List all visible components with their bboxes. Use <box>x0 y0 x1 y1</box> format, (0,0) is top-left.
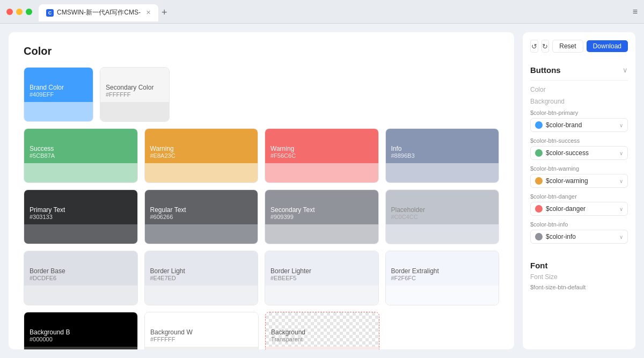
color-card-placeholder[interactable]: Placeholder #C0C4CC <box>385 189 500 244</box>
font-section-title: Font <box>530 261 628 270</box>
chevron-down-icon: ∨ <box>619 150 623 156</box>
maximize-button[interactable] <box>26 9 32 15</box>
color-select-primary[interactable]: $color-brand ∨ <box>530 118 628 132</box>
chevron-down-icon: ∨ <box>619 178 623 184</box>
minimize-button[interactable] <box>16 9 23 15</box>
color-card-bg-black[interactable]: Background B #000000 <box>24 312 138 349</box>
color-section-group: Color Background $color-btn-primary $col… <box>530 86 628 249</box>
color-card-secondary[interactable]: Secondary Color #FFFFFF <box>100 67 170 122</box>
color-dot-info <box>535 233 543 240</box>
color-select-warning[interactable]: $color-warning ∨ <box>530 174 628 188</box>
card-success-hex: #5CB87A <box>30 152 132 159</box>
chevron-down-icon: ∨ <box>619 234 623 240</box>
tab-close-icon[interactable]: ✕ <box>146 9 151 16</box>
redo-icon[interactable]: ↻ <box>541 40 550 53</box>
card-regular-text-name: Regular Text <box>150 206 253 214</box>
color-card-bg-white[interactable]: Background W #FFFFFF <box>144 312 259 349</box>
prop-btn-primary: $color-btn-primary $color-brand ∨ <box>530 109 628 132</box>
color-card-danger[interactable]: Warning #F56C6C <box>265 128 379 183</box>
card-primary-text-name: Primary Text <box>30 206 132 214</box>
prop-btn-danger: $color-btn-danger $color-danger ∨ <box>530 193 628 216</box>
color-card-brand[interactable]: Brand Color #409EFF <box>24 67 93 122</box>
card-warning-hex: #E8A23C <box>150 152 253 159</box>
buttons-section-title: Buttons <box>530 65 561 75</box>
undo-icon[interactable]: ↺ <box>530 40 538 53</box>
color-select-success[interactable]: $color-success ∨ <box>530 146 628 160</box>
color-card-info[interactable]: Info #8896B3 <box>385 128 500 183</box>
color-panel: Color Brand Color #409EFF Secondary Colo… <box>9 32 514 349</box>
new-tab-button[interactable]: + <box>162 7 167 18</box>
card-primary-text-hex: #303133 <box>30 214 132 220</box>
card-regular-text-hex: #606266 <box>150 214 253 220</box>
main-content: Color Brand Color #409EFF Secondary Colo… <box>0 24 644 358</box>
browser-menu-icon[interactable]: ≡ <box>633 7 638 17</box>
prop-btn-info-name: $color-btn-info <box>530 221 628 228</box>
color-row-1: Brand Color #409EFF Secondary Color #FFF… <box>24 67 499 122</box>
right-panel: ↺ ↻ Reset Download Buttons ∨ Color Backg… <box>523 32 635 349</box>
color-card-border-extralight[interactable]: Border Extralight #F2F6FC <box>385 251 500 305</box>
color-card-border-base[interactable]: Border Base #DCDFE6 <box>24 251 138 305</box>
font-section: Font Font Size $font-size-btn-default <box>530 261 628 290</box>
color-dot-warning <box>535 177 543 185</box>
card-info-hex: #8896B3 <box>391 152 494 159</box>
color-row-2: Success #5CB87A Warning #E8A23C Warning <box>24 128 499 183</box>
color-card-border-lighter[interactable]: Border Lighter #EBEEF5 <box>265 251 379 305</box>
chevron-down-icon: ∨ <box>623 66 628 74</box>
color-card-warning[interactable]: Warning #E8A23C <box>144 128 259 183</box>
background-subsection-label: Background <box>530 98 628 105</box>
select-label-danger: $color-danger <box>546 205 616 213</box>
color-card-bg-transparent[interactable]: Background Transparent <box>265 312 379 349</box>
color-select-danger[interactable]: $color-danger ∨ <box>530 202 628 216</box>
buttons-section-header[interactable]: Buttons ∨ <box>530 60 628 81</box>
color-card-secondary-text[interactable]: Secondary Text #909399 <box>265 189 379 244</box>
color-dot-primary <box>535 121 543 129</box>
color-row-5: Background B #000000 Background W #FFFFF… <box>24 312 499 349</box>
select-label-warning: $color-warning <box>546 177 616 185</box>
download-button[interactable]: Download <box>587 40 628 52</box>
chevron-down-icon: ∨ <box>619 122 623 128</box>
prop-btn-success: $color-btn-success $color-success ∨ <box>530 137 628 160</box>
prop-btn-danger-name: $color-btn-danger <box>530 193 628 200</box>
font-size-label: Font Size <box>530 273 628 281</box>
color-row-3: Primary Text #303133 Regular Text #60626… <box>24 189 499 244</box>
select-label-primary: $color-brand <box>546 121 616 129</box>
prop-btn-primary-name: $color-btn-primary <box>530 109 628 116</box>
card-placeholder-hex: #C0C4CC <box>391 214 494 220</box>
color-card-primary-text[interactable]: Primary Text #303133 <box>24 189 138 244</box>
card-danger-hex: #F56C6C <box>270 152 373 159</box>
browser-chrome: C CMSWIN-新一代AI写作CMS- ✕ + ≡ <box>0 0 644 24</box>
card-placeholder-name: Placeholder <box>391 206 494 214</box>
card-secondary-text-name: Secondary Text <box>270 206 373 214</box>
card-info-name: Info <box>391 145 494 152</box>
color-grid: Brand Color #409EFF Secondary Color #FFF… <box>24 67 499 349</box>
browser-tab[interactable]: C CMSWIN-新一代AI写作CMS- ✕ <box>39 4 158 21</box>
chevron-down-icon: ∨ <box>619 206 623 212</box>
reset-button[interactable]: Reset <box>552 40 583 53</box>
color-card-border-light[interactable]: Border Light #E4E7ED <box>144 251 259 305</box>
card-danger-name: Warning <box>270 145 373 152</box>
tab-title: CMSWIN-新一代AI写作CMS- <box>57 8 141 17</box>
font-size-default-prop: $font-size-btn-default <box>530 284 628 290</box>
color-card-regular-text[interactable]: Regular Text #606266 <box>144 189 259 244</box>
prop-btn-info: $color-btn-info $color-info ∨ <box>530 221 628 244</box>
prop-btn-warning: $color-btn-warning $color-warning ∨ <box>530 165 628 188</box>
color-section-title: Color <box>530 86 628 93</box>
card-secondary-text-hex: #909399 <box>270 214 373 220</box>
card-secondary-hex: #FFFFFF <box>106 91 164 98</box>
color-dot-success <box>535 149 543 157</box>
card-brand-name: Brand Color <box>30 84 87 91</box>
window-controls <box>6 9 32 15</box>
card-warning-name: Warning <box>150 145 253 152</box>
card-brand-hex: #409EFF <box>30 91 87 98</box>
card-secondary-name: Secondary Color <box>106 84 164 91</box>
panel-title: Color <box>24 45 499 57</box>
close-button[interactable] <box>6 9 13 15</box>
color-card-success[interactable]: Success #5CB87A <box>24 128 138 183</box>
color-row-4: Border Base #DCDFE6 Border Light #E4E7ED… <box>24 251 499 305</box>
color-select-info[interactable]: $color-info ∨ <box>530 230 628 244</box>
select-label-info: $color-info <box>546 233 616 240</box>
color-dot-danger <box>535 205 543 213</box>
prop-btn-success-name: $color-btn-success <box>530 137 628 144</box>
prop-btn-warning-name: $color-btn-warning <box>530 165 628 172</box>
card-success-name: Success <box>30 145 132 152</box>
